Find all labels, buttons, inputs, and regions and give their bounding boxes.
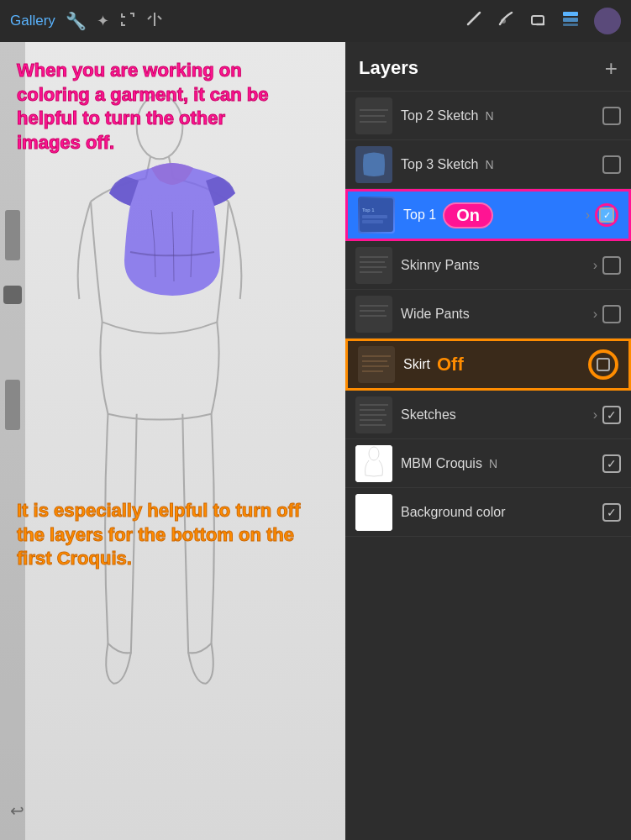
layer-row[interactable]: Background color <box>345 488 631 537</box>
layer-row[interactable]: Skinny Pants › <box>345 241 631 290</box>
layer-chevron-icon: › <box>593 258 597 273</box>
layer-thumbnail <box>355 97 392 134</box>
layer-info: Skinny Pants <box>401 258 588 273</box>
toolbar: Gallery 🔧 ✦ <box>0 0 631 42</box>
layer-info: Sketches <box>401 407 588 423</box>
svg-line-2 <box>158 16 161 19</box>
layers-add-button[interactable]: + <box>605 57 618 79</box>
layer-chevron-icon: › <box>593 407 597 423</box>
canvas-area: When you are working on coloring a garme… <box>0 42 345 840</box>
pencil-icon[interactable] <box>465 9 483 33</box>
layers-panel-icon[interactable] <box>560 8 581 34</box>
layer-mode: N <box>486 158 494 171</box>
layer-name: Sketches <box>401 407 456 423</box>
wrench-icon[interactable]: 🔧 <box>66 11 87 31</box>
layer-on-badge: On <box>443 202 493 228</box>
layer-row-skirt[interactable]: Skirt Off <box>345 339 631 391</box>
layers-panel: Layers + Top 2 Sketch N Top 3 Sketch <box>345 42 631 840</box>
svg-line-3 <box>468 13 480 24</box>
layer-thumbnail <box>355 494 392 531</box>
tool-option-btn[interactable] <box>3 286 22 304</box>
svg-text:Top 1: Top 1 <box>362 207 375 213</box>
layer-name: Background color <box>401 505 506 520</box>
layer-row-top1[interactable]: Top 1 Top 1 On › <box>345 189 631 241</box>
layer-thumbnail <box>355 146 392 183</box>
brush-size-slider[interactable] <box>5 210 20 260</box>
layer-thumbnail <box>355 247 392 284</box>
svg-rect-38 <box>355 494 392 531</box>
layer-thumbnail <box>355 445 392 482</box>
layer-info: Skirt Off <box>403 354 588 375</box>
annotation-top-text: When you are working on coloring a garme… <box>17 59 286 155</box>
svg-rect-7 <box>563 12 578 16</box>
layer-row[interactable]: Wide Pants › <box>345 290 631 339</box>
layer-name: Top 3 Sketch <box>401 157 479 172</box>
svg-rect-8 <box>563 18 578 22</box>
layers-header: Layers + <box>345 42 631 92</box>
layer-info: Top 1 On <box>403 202 581 228</box>
layer-visibility-checkbox[interactable] <box>602 454 621 473</box>
layer-row[interactable]: MBM Croquis N <box>345 439 631 488</box>
layer-row[interactable]: Top 2 Sketch N <box>345 92 631 140</box>
layer-info: Wide Pants <box>401 307 588 322</box>
svg-point-4 <box>501 18 506 24</box>
svg-rect-19 <box>362 220 383 223</box>
layer-row[interactable]: Top 3 Sketch N <box>345 140 631 189</box>
layer-visibility-checkbox[interactable] <box>595 203 618 227</box>
eraser-icon[interactable] <box>528 9 547 33</box>
layer-chevron-icon: › <box>593 307 597 322</box>
layer-mode: N <box>489 457 497 470</box>
layer-info: Background color <box>401 505 602 520</box>
layer-name: Top 2 Sketch <box>401 108 479 123</box>
shirt-illustration <box>101 151 244 319</box>
annotation-bottom-text: It is especially helpful to turn off the… <box>17 499 302 571</box>
layer-visibility-checkbox[interactable] <box>602 305 621 323</box>
svg-rect-5 <box>532 16 544 24</box>
layer-name: Skinny Pants <box>401 258 479 273</box>
layer-visibility-checkbox[interactable] <box>602 256 621 275</box>
layer-name: Top 1 <box>403 207 436 223</box>
toolbar-left: Gallery 🔧 ✦ <box>10 11 163 32</box>
layer-visibility-checkbox[interactable] <box>588 349 618 380</box>
user-avatar[interactable] <box>594 8 621 34</box>
layer-thumbnail: Top 1 <box>358 197 395 234</box>
layer-visibility-checkbox[interactable] <box>602 107 621 125</box>
layer-name: Skirt <box>403 357 430 372</box>
layer-visibility-checkbox[interactable] <box>602 503 621 522</box>
layer-chevron-icon: › <box>586 207 590 223</box>
opacity-slider[interactable] <box>5 380 20 430</box>
svg-rect-9 <box>563 24 578 26</box>
layer-thumbnail <box>355 396 392 433</box>
transform-icon[interactable] <box>146 11 163 32</box>
layers-title: Layers <box>359 57 418 79</box>
selection-icon[interactable] <box>119 11 136 32</box>
layer-name: MBM Croquis <box>401 456 482 471</box>
layer-name: Wide Pants <box>401 307 470 322</box>
magic-wand-icon[interactable]: ✦ <box>97 12 109 30</box>
layer-off-badge: Off <box>437 354 464 375</box>
layer-visibility-checkbox[interactable] <box>602 155 621 174</box>
smudge-icon[interactable] <box>497 9 515 33</box>
layer-info: Top 2 Sketch N <box>401 108 602 123</box>
layer-thumbnail <box>358 346 395 383</box>
checkbox-inner <box>599 207 614 223</box>
svg-line-1 <box>148 16 151 19</box>
layer-visibility-checkbox[interactable] <box>602 406 621 424</box>
svg-rect-18 <box>362 215 387 218</box>
layer-info: MBM Croquis N <box>401 456 602 471</box>
toolbar-right <box>465 8 621 34</box>
layer-row[interactable]: Sketches › <box>345 391 631 439</box>
checkbox-inner <box>597 358 610 371</box>
gallery-button[interactable]: Gallery <box>10 13 55 29</box>
layer-info: Top 3 Sketch N <box>401 157 602 172</box>
layer-thumbnail <box>355 296 392 333</box>
layer-mode: N <box>486 109 494 123</box>
left-tool-strip <box>0 42 25 840</box>
main-area: When you are working on coloring a garme… <box>0 42 631 840</box>
undo-button[interactable]: ↩ <box>4 798 29 823</box>
